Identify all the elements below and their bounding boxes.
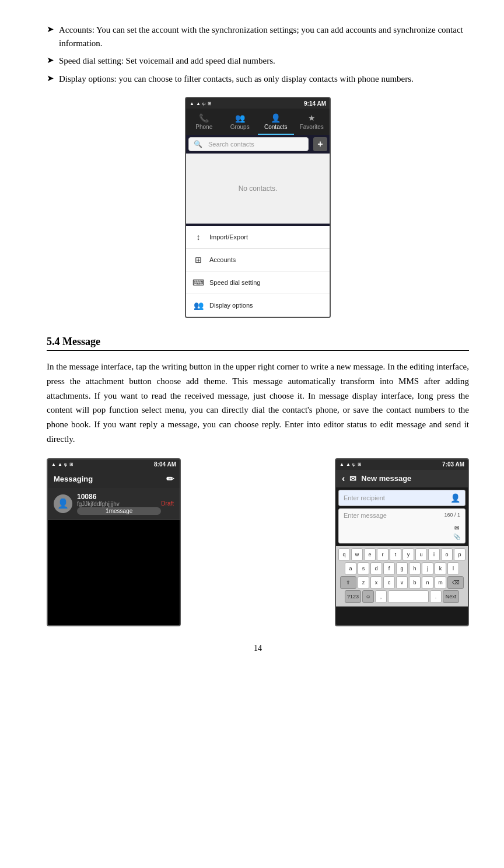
tab-contacts[interactable]: 👤 Contacts [258,109,294,135]
tab-phone[interactable]: 📞 Phone [186,109,222,135]
key-comma[interactable]: , [375,590,387,603]
key-x[interactable]: x [370,576,382,589]
empty-message-area [48,520,180,625]
search-icon: 🔍 [194,140,202,148]
section-54-heading: 5.4 Message [47,336,469,351]
message-placeholder: Enter message [344,512,387,519]
new-msg-icon-2: ▲ [346,462,351,467]
send-icon[interactable]: ✉ [454,525,459,531]
phone-icon: 📞 [199,113,209,123]
key-w[interactable]: w [351,548,363,561]
messaging-header: Messaging ✏ [48,470,180,488]
key-r[interactable]: r [377,548,388,561]
key-z[interactable]: z [358,576,369,589]
new-msg-icon-4: ⊞ [358,462,362,467]
message-counter: 160 / 1 [444,512,460,518]
contacts-phone-screenshot: ▲ ▲ ψ ⊞ 9:14 AM 📞 Phone 👥 Groups 👤 Conta… [185,97,331,318]
tab-phone-label: Phone [195,124,212,130]
key-space[interactable] [388,590,429,603]
tab-groups[interactable]: 👥 Groups [222,109,258,135]
person-icon: 👤 [450,493,460,503]
key-h[interactable]: h [409,562,421,575]
key-d[interactable]: d [370,562,382,575]
menu-item-display-options[interactable]: 👥 Display options [186,294,330,317]
key-m[interactable]: m [435,576,446,589]
menu-item-display-options-label: Display options [209,302,253,309]
no-contacts-area: No contacts. [186,154,330,224]
key-f[interactable]: f [383,562,395,575]
contact-name: 10086 [77,493,161,501]
avatar: 👤 [54,494,72,513]
no-contacts-text: No contacts. [239,184,278,193]
tab-favorites-label: Favorites [300,124,324,130]
key-a[interactable]: a [345,562,356,575]
key-i[interactable]: i [428,548,440,561]
add-contact-button[interactable]: + [313,137,327,151]
back-icon[interactable]: ‹ [342,473,345,484]
key-backspace[interactable]: ⌫ [447,576,464,589]
bullet-item-speed: ➤ Speed dial setting: Set voicemail and … [47,54,469,68]
key-n[interactable]: n [422,576,433,589]
msg-contact-row[interactable]: 👤 10086 fgJJkjfddfghjjjjhv 1message Draf… [48,488,180,520]
msg-status-left: ▲ ▲ ψ ⊞ [51,462,74,467]
groups-icon: 👥 [235,113,245,123]
message-input-area[interactable]: Enter message 160 / 1 ✉ 📎 [338,508,466,543]
status-time: 9:14 AM [304,100,326,107]
section-54-title: 5.4 Message [47,336,100,347]
key-period[interactable]: . [430,590,442,603]
compose-icon[interactable]: ✏ [166,473,174,484]
messaging-title: Messaging [54,475,93,483]
menu-item-accounts[interactable]: ⊞ Accounts [186,249,330,271]
key-u[interactable]: u [415,548,427,561]
key-l[interactable]: l [447,562,459,575]
status-icon-2: ▲ [196,101,201,106]
status-bar: ▲ ▲ ψ ⊞ 9:14 AM [186,98,330,109]
key-next[interactable]: Next [443,590,459,603]
status-icon-1: ▲ [190,101,194,106]
send-icons: ✉ 📎 [453,525,460,540]
new-msg-status-bar: ▲ ▲ ψ ⊞ 7:03 AM [336,459,468,470]
messaging-list-screenshot: ▲ ▲ ψ ⊞ 8:04 AM Messaging ✏ 👤 10086 fgJJ… [47,458,181,626]
key-p[interactable]: p [454,548,466,561]
search-placeholder: Search contacts [208,141,303,148]
key-j[interactable]: j [422,562,433,575]
key-k[interactable]: k [435,562,446,575]
recipient-bar[interactable]: Enter recipient 👤 [338,490,466,506]
menu-item-speed-dial[interactable]: ⌨ Speed dial setting [186,271,330,294]
bullet-arrow-display: ➤ [47,73,54,83]
key-shift[interactable]: ⇧ [340,576,356,589]
new-message-screenshot: ▲ ▲ ψ ⊞ 7:03 AM ‹ ✉ New message Enter re… [335,458,469,626]
contact-sub: fgJJkjfddfghjjjjhv [77,501,161,507]
tab-favorites[interactable]: ★ Favorites [294,109,330,135]
search-field[interactable]: 🔍 Search contacts [188,137,309,151]
bullet-text-speed: Speed dial setting: Set voicemail and ad… [59,54,275,68]
key-v[interactable]: v [396,576,408,589]
search-row: 🔍 Search contacts + [188,137,327,151]
key-y[interactable]: y [402,548,414,561]
speed-dial-icon: ⌨ [192,276,205,289]
draft-label: Draft [161,500,174,507]
key-e[interactable]: e [364,548,376,561]
message-body-text: In the message interface, tap the writin… [47,360,469,447]
tab-groups-label: Groups [230,124,250,130]
key-o[interactable]: o [441,548,453,561]
key-numbers[interactable]: ?123 [345,590,361,603]
status-icon-4: ⊞ [208,101,212,106]
bullet-arrow-speed: ➤ [47,55,54,65]
bullet-list: ➤ Accounts: You can set the account with… [47,23,469,85]
menu-list: ↕ Import/Export ⊞ Accounts ⌨ Speed dial … [186,226,330,317]
key-b[interactable]: b [409,576,421,589]
key-g[interactable]: g [396,562,408,575]
menu-item-speed-dial-label: Speed dial setting [209,279,260,286]
key-q[interactable]: q [338,548,350,561]
key-t[interactable]: t [390,548,401,561]
keyboard-row-1: q w e r t y u i o p [337,548,467,561]
key-s[interactable]: s [358,562,369,575]
key-c[interactable]: c [383,576,395,589]
keyboard-row-4: ?123 ☺ , . Next [337,590,467,603]
menu-item-import-export[interactable]: ↕ Import/Export [186,226,330,249]
key-emoji[interactable]: ☺ [362,590,374,603]
attachment-icon[interactable]: 📎 [453,534,460,540]
nav-bar: 📞 Phone 👥 Groups 👤 Contacts ★ Favorites [186,109,330,135]
contact-info: 10086 fgJJkjfddfghjjjjhv 1message [77,493,161,515]
